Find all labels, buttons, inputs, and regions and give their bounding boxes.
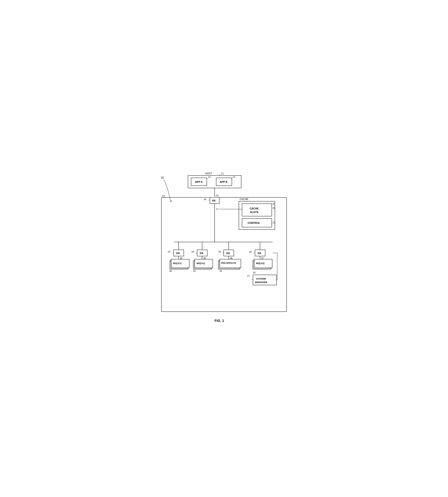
ref-20: 20 (272, 203, 275, 205)
ref-22: 22 (272, 221, 275, 224)
diagram-area: 10 HOST 11 APP A 12 APP B 13 15 (154, 170, 294, 327)
ref-24: 24 (192, 250, 194, 253)
ref-10: 10 (160, 176, 164, 179)
fig-caption: FIG. 1 (214, 319, 224, 323)
ref-10-arrow (163, 180, 171, 202)
m1lv1-label: M1(LV1) (173, 262, 181, 265)
ref-16: 16 (204, 198, 206, 201)
page-container: 10 HOST 11 APP A 12 APP B 13 15 (154, 170, 294, 327)
ref-15: 15 (216, 194, 219, 197)
cache-slots-box (242, 204, 272, 216)
ref-26: 26 (249, 250, 252, 253)
app-b-label: APP B (220, 181, 227, 183)
app-a-label: APP A (195, 181, 203, 183)
ref-35: 35 (203, 257, 206, 259)
m3lvi-label: M3(LVI)/M1(LV2) (221, 262, 236, 264)
ref-25: 25 (218, 250, 221, 253)
ref-36: 36 (230, 257, 232, 259)
da23-label: DA (176, 252, 180, 255)
ref-30: 30 (169, 270, 172, 272)
main-box (161, 197, 287, 312)
ref-14: 14 (162, 194, 165, 197)
ref-23: 23 (168, 250, 170, 253)
m2lv2-label: M2(LV2) (256, 262, 264, 265)
system-manager-label1: SYSTEM (256, 277, 266, 280)
ref-31: 31 (193, 270, 196, 272)
m2lv1-label: M2(LV1) (197, 262, 205, 265)
system-manager-label2: MANAGER (255, 281, 267, 284)
ref-17: 17 (216, 208, 219, 210)
control-label: CONTROL (248, 222, 260, 224)
ref-13: 13 (232, 176, 235, 178)
ref-21: 21 (272, 207, 275, 209)
da26-label: DA (258, 252, 261, 255)
ha-label: HA (212, 199, 216, 202)
ref-12: 12 (208, 176, 211, 178)
ref-32: 32 (219, 270, 222, 272)
ref-11: 11 (221, 172, 224, 175)
ref-15-line (215, 196, 216, 196)
ref-27: 27 (247, 274, 250, 277)
diagram-svg: 10 HOST 11 APP A 12 APP B 13 15 (154, 170, 294, 326)
da24-label: DA (200, 252, 204, 255)
da25-label: DA (226, 252, 230, 255)
host-label: HOST (205, 172, 212, 175)
cache-label: CACHE (240, 198, 248, 201)
cache-slots-label1: CACHE (250, 207, 259, 210)
ref-37: 37 (261, 257, 264, 259)
cache-outer-box (239, 201, 275, 229)
cache-slots-label2: SLOTS (250, 211, 258, 213)
ref-34: 34 (180, 257, 182, 259)
ref-33: 33 (253, 271, 256, 274)
